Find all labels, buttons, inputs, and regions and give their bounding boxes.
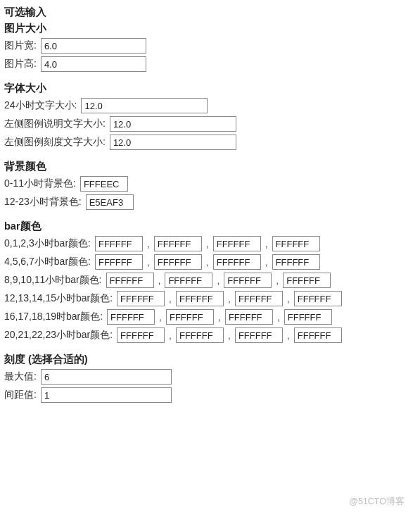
input-barcolor-2[interactable]: [213, 236, 261, 251]
input-image-height[interactable]: [41, 56, 146, 72]
input-barcolor-15[interactable]: [294, 291, 342, 306]
sep: ,: [276, 275, 279, 286]
input-barcolor-20[interactable]: [117, 327, 165, 343]
row-bgcolor-0-11: 0-11小时背景色:: [4, 176, 416, 192]
input-font-legend-desc[interactable]: [110, 116, 236, 132]
sep: ,: [287, 330, 290, 341]
input-barcolor-11[interactable]: [283, 273, 331, 288]
input-barcolor-23[interactable]: [294, 327, 342, 343]
input-barcolor-21[interactable]: [176, 327, 224, 343]
input-barcolor-6[interactable]: [213, 254, 261, 270]
row-scale-max: 最大值:: [4, 369, 416, 385]
input-barcolor-22[interactable]: [235, 327, 283, 343]
heading-bg-color: 背景颜色: [4, 160, 416, 173]
input-barcolor-0[interactable]: [95, 236, 143, 251]
label-font-hour24: 24小时文字大小:: [4, 99, 77, 112]
sep: ,: [277, 311, 280, 323]
label-barcolor-8-11: 8,9,10,11小时bar颜色:: [4, 274, 102, 287]
sep: ,: [228, 293, 231, 304]
sep: ,: [158, 275, 161, 286]
row-barcolor-0-3: 0,1,2,3小时bar颜色: , , ,: [4, 236, 416, 251]
watermark: @51CTO博客: [349, 496, 405, 508]
sep: ,: [147, 238, 150, 249]
sep: ,: [218, 311, 221, 323]
label-barcolor-20-23: 20,21,22,23小时bar颜色:: [4, 329, 113, 342]
input-barcolor-18[interactable]: [225, 309, 273, 325]
row-scale-gap: 间距值:: [4, 387, 416, 403]
heading-font-size: 字体大小: [4, 82, 416, 95]
input-barcolor-4[interactable]: [95, 254, 143, 270]
label-font-legend-desc: 左侧图例说明文字大小:: [4, 118, 106, 130]
input-scale-max[interactable]: [41, 369, 172, 385]
sep: ,: [206, 238, 209, 249]
heading-bar-color: bar颜色: [4, 220, 416, 233]
sep: ,: [206, 256, 209, 268]
row-barcolor-8-11: 8,9,10,11小时bar颜色: , , ,: [4, 273, 416, 288]
input-barcolor-5[interactable]: [154, 254, 202, 270]
label-barcolor-0-3: 0,1,2,3小时bar颜色:: [4, 237, 91, 250]
input-font-hour24[interactable]: [81, 98, 208, 113]
input-barcolor-13[interactable]: [176, 291, 224, 306]
label-barcolor-12-15: 12,13,14,15小时bar颜色:: [4, 292, 113, 305]
input-bgcolor-0-11[interactable]: [80, 176, 128, 192]
sep: ,: [159, 311, 162, 323]
label-font-legend-tick: 左侧图例刻度文字大小:: [4, 136, 106, 149]
input-barcolor-16[interactable]: [107, 309, 155, 325]
row-image-width: 图片宽:: [4, 38, 416, 54]
sep: ,: [228, 330, 231, 341]
sep: ,: [169, 330, 172, 341]
row-barcolor-20-23: 20,21,22,23小时bar颜色: , , ,: [4, 327, 416, 343]
row-font-legend-desc: 左侧图例说明文字大小:: [4, 116, 416, 132]
heading-image-size: 图片大小: [4, 22, 416, 35]
label-image-width: 图片宽:: [4, 39, 37, 52]
input-barcolor-3[interactable]: [272, 236, 320, 251]
label-bgcolor-0-11: 0-11小时背景色:: [4, 177, 76, 190]
row-barcolor-4-7: 4,5,6,7小时bar颜色: , , ,: [4, 254, 416, 270]
input-image-width[interactable]: [41, 38, 146, 54]
input-barcolor-7[interactable]: [272, 254, 320, 270]
label-barcolor-16-19: 16,17,18,19时bar颜色:: [4, 311, 103, 323]
input-barcolor-8[interactable]: [106, 273, 154, 288]
input-barcolor-19[interactable]: [284, 309, 332, 325]
input-scale-gap[interactable]: [41, 387, 172, 403]
input-barcolor-14[interactable]: [235, 291, 283, 306]
input-barcolor-9[interactable]: [165, 273, 212, 288]
input-barcolor-12[interactable]: [117, 291, 165, 306]
row-bgcolor-12-23: 12-23小时背景色:: [4, 194, 416, 210]
input-font-legend-tick[interactable]: [110, 135, 236, 150]
heading-scale: 刻度 (选择合适的): [4, 353, 416, 366]
input-bgcolor-12-23[interactable]: [86, 194, 134, 210]
input-barcolor-1[interactable]: [154, 236, 202, 251]
sep: ,: [265, 256, 268, 268]
row-font-hour24: 24小时文字大小:: [4, 98, 416, 113]
row-barcolor-16-19: 16,17,18,19时bar颜色: , , ,: [4, 309, 416, 325]
sep: ,: [147, 256, 150, 268]
input-barcolor-10[interactable]: [224, 273, 272, 288]
heading-optional-input: 可选输入: [4, 6, 416, 19]
label-bgcolor-12-23: 12-23小时背景色:: [4, 196, 82, 208]
label-image-height: 图片高:: [4, 58, 37, 70]
row-image-height: 图片高:: [4, 56, 416, 72]
input-barcolor-17[interactable]: [166, 309, 214, 325]
sep: ,: [217, 275, 219, 286]
label-barcolor-4-7: 4,5,6,7小时bar颜色:: [4, 256, 91, 268]
sep: ,: [169, 293, 172, 304]
sep: ,: [265, 238, 268, 249]
label-scale-max: 最大值:: [4, 370, 37, 383]
label-scale-gap: 间距值:: [4, 389, 37, 401]
row-barcolor-12-15: 12,13,14,15小时bar颜色: , , ,: [4, 291, 416, 306]
sep: ,: [287, 293, 290, 304]
row-font-legend-tick: 左侧图例刻度文字大小:: [4, 135, 416, 150]
